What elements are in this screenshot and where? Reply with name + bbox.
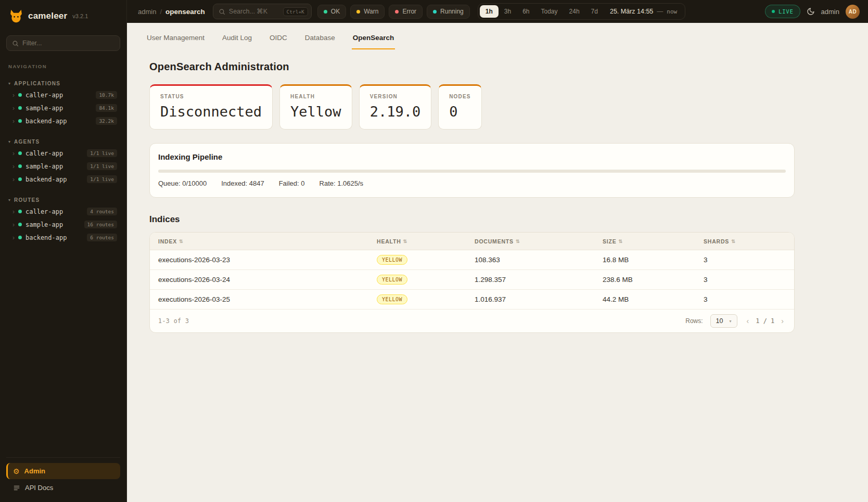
time-range-6h[interactable]: 6h: [517, 5, 535, 18]
time-range-3h[interactable]: 3h: [499, 5, 517, 18]
column-label: INDEX: [158, 238, 177, 244]
datetime-end: now: [667, 8, 677, 15]
time-range-1h[interactable]: 1h: [480, 5, 499, 18]
chevron-down-icon: ▾: [730, 319, 732, 324]
sidebar-item-agent-sample-app[interactable]: › sample-app 1/1 live: [6, 160, 120, 173]
tab-database[interactable]: Database: [304, 34, 336, 49]
tab-opensearch[interactable]: OpenSearch: [352, 34, 395, 49]
tab-oidc[interactable]: OIDC: [269, 34, 288, 49]
search-icon: [12, 40, 19, 47]
next-page-button[interactable]: ›: [779, 316, 786, 326]
filter-input[interactable]: [22, 40, 114, 47]
content-area: User Management Audit Log OIDC Database …: [127, 23, 868, 502]
search-icon: [219, 8, 225, 15]
item-badge: 1/1 live: [87, 149, 117, 157]
pipeline-stats: Queue: 0/10000 Indexed: 4847 Failed: 0 R…: [158, 179, 786, 187]
page-title: OpenSearch Administration: [149, 61, 795, 73]
chevron-right-icon: ›: [12, 176, 15, 183]
shards-cell: 3: [704, 295, 786, 303]
search-input[interactable]: [229, 8, 279, 15]
table-row[interactable]: executions-2026-03-23 YELLOW 108.363 16.…: [150, 250, 794, 270]
error-dot-icon: [395, 10, 399, 14]
filter-chip-ok[interactable]: OK: [317, 5, 346, 19]
sidebar-item-route-caller-app[interactable]: › caller-app 4 routes: [6, 205, 120, 218]
chevron-down-icon: ▾: [8, 198, 10, 202]
documents-cell: 1.016.937: [475, 295, 603, 303]
avatar[interactable]: AD: [846, 5, 860, 19]
sidebar-item-admin[interactable]: ⚙ Admin: [6, 463, 120, 479]
column-header-health[interactable]: HEALTH ⇅: [377, 238, 475, 244]
sidebar-filter: [6, 35, 120, 51]
filter-chip-running[interactable]: Running: [427, 5, 470, 19]
filter-chip-error[interactable]: Error: [389, 5, 423, 19]
section-header-routes[interactable]: ▾ ROUTES: [6, 195, 120, 205]
sort-icon: ⇅: [731, 239, 735, 244]
previous-page-button[interactable]: ‹: [745, 316, 751, 326]
pipeline-rate: Rate: 1.0625/s: [320, 179, 364, 187]
column-header-shards[interactable]: SHARDS ⇅: [704, 238, 786, 244]
item-label: backend-app: [25, 234, 67, 241]
column-label: DOCUMENTS: [475, 238, 514, 244]
sidebar-item-agent-backend-app[interactable]: › backend-app 1/1 live: [6, 173, 120, 186]
sort-icon: ⇅: [179, 239, 183, 244]
breadcrumb-parent[interactable]: admin: [138, 8, 156, 16]
chevron-right-icon: ›: [12, 222, 15, 228]
section-header-applications[interactable]: ▾ APPLICATIONS: [6, 79, 120, 88]
stat-value: Yellow: [290, 104, 341, 120]
app-version: v3.2.1: [72, 13, 88, 19]
index-cell: executions-2026-03-24: [158, 276, 377, 284]
table-row[interactable]: executions-2026-03-24 YELLOW 1.298.357 2…: [150, 270, 794, 290]
item-badge: 84.1k: [96, 104, 117, 112]
time-range-24h[interactable]: 24h: [564, 5, 585, 18]
sidebar-item-agent-caller-app[interactable]: › caller-app 1/1 live: [6, 147, 120, 160]
stat-label: HEALTH: [290, 94, 341, 99]
column-label: SHARDS: [704, 238, 729, 244]
tab-user-management[interactable]: User Management: [146, 34, 206, 49]
filter-chip-warn[interactable]: Warn: [350, 5, 385, 19]
column-label: HEALTH: [377, 238, 401, 244]
stat-label: STATUS: [160, 94, 262, 99]
documents-cell: 1.298.357: [475, 276, 603, 284]
sidebar-item-application-sample-app[interactable]: › sample-app 84.1k: [6, 101, 120, 114]
live-label: LIVE: [778, 8, 794, 15]
datetime-display[interactable]: 25. März 14:55 — now: [604, 8, 683, 15]
section-header-agents[interactable]: ▾ AGENTS: [6, 137, 120, 147]
table-row[interactable]: executions-2026-03-25 YELLOW 1.016.937 4…: [150, 290, 794, 310]
item-badge: 10.7k: [96, 91, 117, 99]
item-label: caller-app: [25, 150, 63, 157]
rows-per-page-select[interactable]: 10 ▾: [710, 314, 737, 328]
chevron-right-icon: ›: [12, 163, 15, 170]
health-cell: YELLOW: [377, 255, 475, 265]
sidebar-item-api-docs[interactable]: API Docs: [6, 479, 120, 495]
status-dot: [18, 119, 22, 123]
chip-label: OK: [331, 8, 340, 15]
stat-value: 2.19.0: [370, 104, 421, 120]
sidebar-item-application-caller-app[interactable]: › caller-app 10.7k: [6, 88, 120, 101]
sidebar-item-route-backend-app[interactable]: › backend-app 6 routes: [6, 231, 120, 244]
page-content: OpenSearch Administration STATUS Disconn…: [149, 61, 795, 333]
sidebar-item-route-sample-app[interactable]: › sample-app 16 routes: [6, 218, 120, 231]
app-name: cameleer: [28, 11, 67, 21]
column-header-size[interactable]: SIZE ⇅: [603, 238, 704, 244]
time-range-7d[interactable]: 7d: [585, 5, 604, 18]
column-header-documents[interactable]: DOCUMENTS ⇅: [475, 238, 603, 244]
chevron-right-icon: ›: [12, 235, 15, 241]
api-docs-label: API Docs: [25, 484, 53, 492]
pipeline-progress-bar: [158, 170, 786, 173]
dark-mode-toggle[interactable]: [807, 7, 815, 16]
live-toggle[interactable]: LIVE: [765, 5, 800, 18]
tab-audit-log[interactable]: Audit Log: [221, 34, 253, 49]
column-header-index[interactable]: INDEX ⇅: [158, 238, 377, 244]
sidebar-item-application-backend-app[interactable]: › backend-app 32.2k: [6, 114, 120, 127]
time-range-today[interactable]: Today: [535, 5, 564, 18]
index-cell: executions-2026-03-23: [158, 256, 377, 264]
sort-icon: ⇅: [619, 239, 623, 244]
chevron-right-icon: ›: [12, 92, 15, 98]
item-badge: 16 routes: [84, 221, 117, 228]
section-label: ROUTES: [14, 197, 40, 203]
cameleer-logo-icon: [8, 8, 24, 24]
breadcrumb: admin / opensearch: [138, 8, 205, 16]
topbar: admin / opensearch Ctrl+K OK Warn Error: [127, 0, 868, 23]
app-logo[interactable]: cameleer v3.2.1: [6, 7, 120, 25]
page-indicator: 1 / 1: [756, 317, 774, 325]
